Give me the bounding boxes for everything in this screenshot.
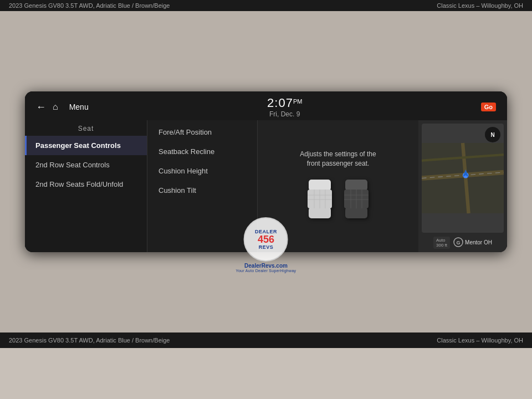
main-area: ← ⌂ Menu 2:07PM Fri, Dec. 9 Go	[0, 11, 532, 332]
center-menu: Fore/Aft Position Seatback Recline Cushi…	[147, 120, 258, 252]
location-label: Mentor OH	[465, 239, 492, 245]
screen-bezel: ← ⌂ Menu 2:07PM Fri, Dec. 9 Go	[25, 91, 507, 252]
top-bar-left: 2023 Genesis GV80 3.5T AWD, Adriatic Blu…	[9, 2, 170, 9]
seat-image	[294, 173, 382, 223]
auto-button[interactable]: Auto300 ft	[433, 237, 450, 249]
sidebar-item-passenger[interactable]: Passenger Seat Controls	[25, 136, 147, 155]
genesis-logo-icon: G	[453, 237, 463, 247]
footer-right: Classic Lexus – Willoughby, OH	[437, 337, 523, 344]
svg-rect-8	[345, 180, 367, 191]
go-badge: Go	[481, 103, 496, 111]
date-display: Fri, Dec. 9	[267, 110, 302, 118]
menu-label: Menu	[69, 103, 89, 111]
compass-indicator: N	[485, 127, 500, 142]
watermark-domain: DealerRevs.com	[236, 263, 296, 269]
right-info-panel: Adjusts the settings of the front passen…	[258, 120, 418, 252]
status-bar: ← ⌂ Menu 2:07PM Fri, Dec. 9 Go	[25, 91, 507, 120]
content-area: Seat Passenger Seat Controls 2nd Row Sea…	[25, 120, 507, 252]
top-bar: 2023 Genesis GV80 3.5T AWD, Adriatic Blu…	[0, 0, 532, 11]
footer-left: 2023 Genesis GV80 3.5T AWD, Adriatic Blu…	[9, 337, 170, 344]
svg-text:G: G	[457, 240, 461, 245]
time-date-area: 2:07PM Fri, Dec. 9	[267, 96, 302, 118]
center-item-cushion-tilt[interactable]: Cushion Tilt	[147, 181, 257, 200]
front-seat-svg	[303, 178, 336, 223]
time-ampm: PM	[293, 98, 303, 105]
info-description: Adjusts the settings of the front passen…	[294, 150, 382, 168]
watermark-sub: Your Auto Dealer SuperHighway	[236, 269, 296, 273]
svg-rect-2	[309, 207, 331, 218]
top-right-area: Go	[481, 103, 496, 111]
nav-buttons: ← ⌂ Menu	[36, 101, 89, 113]
home-button[interactable]: ⌂	[53, 102, 58, 112]
sidebar-item-2nd-row[interactable]: 2nd Row Seat Controls	[25, 155, 147, 175]
sidebar-item-fold-unfold[interactable]: 2nd Row Seats Fold/Unfold	[25, 175, 147, 194]
center-item-seatback[interactable]: Seatback Recline	[147, 142, 257, 161]
map-panel: N Auto300 ft G Mentor OH	[418, 120, 507, 252]
time-display: 2:07PM	[267, 96, 302, 110]
back-button[interactable]: ←	[36, 101, 46, 113]
top-bar-right: Classic Lexus – Willoughby, OH	[437, 2, 523, 9]
svg-rect-0	[309, 180, 331, 191]
svg-rect-10	[345, 207, 367, 218]
center-item-fore-aft[interactable]: Fore/Aft Position	[147, 122, 257, 142]
time-value: 2:07	[267, 96, 293, 110]
rear-seat-svg	[340, 178, 373, 223]
seat-section-title: Seat	[25, 122, 147, 136]
page-footer: 2023 Genesis GV80 3.5T AWD, Adriatic Blu…	[0, 332, 532, 348]
screen-inner: ← ⌂ Menu 2:07PM Fri, Dec. 9 Go	[25, 91, 507, 252]
center-item-cushion-height[interactable]: Cushion Height	[147, 161, 257, 181]
map-area: N	[422, 124, 504, 233]
left-menu: Seat Passenger Seat Controls 2nd Row Sea…	[25, 120, 147, 252]
